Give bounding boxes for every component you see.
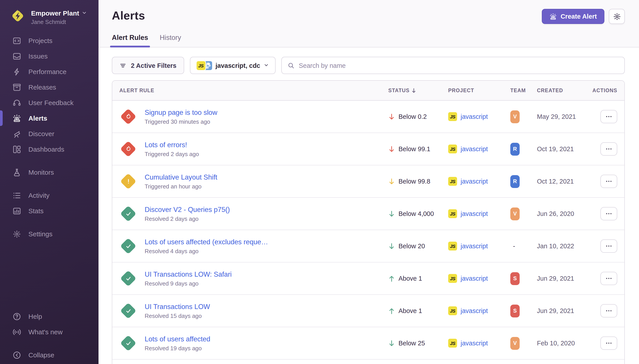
row-actions-button[interactable] (600, 207, 617, 220)
filter-icon (119, 62, 126, 69)
sidebar-item-settings[interactable]: Settings (0, 226, 99, 242)
sidebar-item-user-feedback[interactable]: User Feedback (0, 95, 99, 110)
project-link[interactable]: javascript (461, 210, 488, 217)
create-alert-button[interactable]: Create Alert (542, 9, 604, 24)
trend-arrow-down-icon (388, 340, 395, 347)
row-actions-button[interactable] (600, 175, 617, 188)
javascript-platform-icon: JS (448, 112, 457, 121)
search-box[interactable] (281, 57, 625, 74)
project-selector[interactable]: JS javascript, cdc (190, 57, 276, 74)
table-row: UI Transactions LOW: Safari Resolved 9 d… (112, 262, 624, 295)
sidebar-item-performance[interactable]: Performance (0, 64, 99, 80)
alert-rule-link[interactable]: UI Transactions LOW (145, 302, 210, 310)
project-link[interactable]: javascript (461, 275, 488, 282)
column-header-status[interactable]: Status (388, 88, 448, 93)
settings-icon (13, 230, 21, 238)
row-actions-button[interactable] (600, 304, 617, 318)
row-actions-button[interactable] (600, 110, 617, 123)
sidebar-item-monitors[interactable]: Monitors (0, 165, 99, 180)
resolved-severity-icon (119, 205, 137, 222)
created-date: May 29, 2021 (537, 113, 597, 120)
search-icon (288, 62, 295, 69)
status-threshold: Below 99.8 (399, 178, 430, 185)
team-avatar: S (510, 272, 520, 285)
siren-icon (550, 13, 557, 20)
tab-history[interactable]: History (160, 34, 181, 47)
resolved-severity-icon (119, 270, 137, 287)
whats-new-icon (13, 328, 21, 336)
alert-rule-status-note: Resolved 4 days ago (145, 248, 268, 254)
issues-icon (13, 52, 21, 61)
created-date: Jun 26, 2020 (537, 210, 597, 217)
project-link[interactable]: javascript (461, 178, 488, 185)
sidebar-item-dashboards[interactable]: Dashboards (0, 142, 99, 157)
table-row: Discover V2 - Queries p75() Resolved 2 d… (112, 198, 624, 230)
javascript-platform-icon: JS (448, 339, 457, 348)
alert-rule-link[interactable]: Lots of users affected (145, 335, 210, 343)
column-header-actions: Actions (597, 88, 617, 93)
javascript-platform-icon: JS (448, 144, 457, 154)
ellipsis-icon (605, 146, 612, 152)
monitors-icon (13, 168, 21, 177)
table-row: Lots of users affected (excludes reque… … (112, 230, 624, 262)
tab-alert-rules[interactable]: Alert Rules (112, 34, 148, 47)
sidebar-item-collapse[interactable]: Collapse (0, 347, 99, 363)
no-team-dash: - (510, 242, 515, 250)
ellipsis-icon (605, 275, 612, 282)
alert-rule-status-note: Resolved 15 days ago (145, 312, 210, 319)
table-row: Lots of users affected Resolved 19 days … (112, 327, 624, 360)
sidebar-item-help[interactable]: Help (0, 308, 99, 324)
sidebar-item-discover[interactable]: Discover (0, 126, 99, 142)
activity-icon (13, 191, 21, 200)
sort-descending-icon (411, 88, 416, 93)
ellipsis-icon (605, 242, 612, 250)
org-switcher[interactable]: Empower Plant Jane Schmidt (0, 0, 99, 26)
alert-rule-link[interactable]: Cumulative Layout Shift (145, 173, 217, 181)
project-link[interactable]: javascript (461, 242, 488, 250)
org-logo-icon (10, 8, 26, 24)
row-actions-button[interactable] (600, 272, 617, 285)
created-date: Feb 10, 2020 (537, 340, 597, 347)
row-actions-button[interactable] (600, 142, 617, 156)
alert-rule-status-note: Triggered an hour ago (145, 183, 217, 190)
sidebar-item-label: User Feedback (29, 99, 74, 107)
project-link[interactable]: javascript (461, 146, 488, 152)
alert-rule-link[interactable]: Lots of users affected (excludes reque… (145, 238, 268, 246)
org-meta: Empower Plant Jane Schmidt (31, 8, 87, 26)
alerts-settings-button[interactable] (609, 9, 625, 24)
project-link[interactable]: javascript (461, 113, 488, 120)
alert-rule-link[interactable]: UI Transactions LOW: Safari (145, 270, 232, 278)
alert-rules-table: Alert Rule Status Project Team Created A… (112, 80, 625, 364)
sidebar-item-activity[interactable]: Activity (0, 188, 99, 203)
sidebar-item-what-s-new[interactable]: What's new (0, 324, 99, 340)
user-feedback-icon (13, 98, 21, 107)
filter-bar: 2 Active Filters JS javascript, cdc (112, 57, 625, 74)
alert-rule-link[interactable]: Lots of errors! (145, 141, 199, 149)
search-input[interactable] (299, 62, 618, 69)
sidebar-item-issues[interactable]: Issues (0, 48, 99, 64)
alert-rule-link[interactable]: Discover V2 - Queries p75() (145, 206, 230, 214)
sidebar-item-alerts[interactable]: Alerts (0, 110, 99, 126)
ellipsis-icon (605, 113, 612, 120)
alert-rule-link[interactable]: Signup page is too slow (145, 108, 217, 116)
ellipsis-icon (605, 340, 612, 347)
project-link[interactable]: javascript (461, 307, 488, 314)
javascript-platform-icon: JS (448, 274, 457, 283)
row-actions-button[interactable] (600, 240, 617, 253)
sidebar-item-label: Alerts (29, 114, 47, 122)
table-row: Lots of errors! Triggered 2 days ago Bel… (112, 133, 624, 165)
sidebar-item-projects[interactable]: Projects (0, 33, 99, 48)
trend-arrow-up-icon (388, 307, 395, 314)
sidebar-item-releases[interactable]: Releases (0, 80, 99, 95)
sidebar-item-stats[interactable]: Stats (0, 203, 99, 219)
sidebar-nav: Projects Issues Performance Releases Use… (0, 33, 99, 242)
alert-rule-status-note: Resolved 9 days ago (145, 280, 232, 287)
team-avatar: V (510, 207, 520, 220)
active-filters-button[interactable]: 2 Active Filters (112, 57, 184, 74)
row-actions-button[interactable] (600, 336, 617, 350)
sidebar-item-label: Stats (29, 207, 44, 215)
page-header: Alerts Create Alert (99, 0, 639, 48)
critical-severity-icon (119, 140, 137, 158)
chevron-down-icon (82, 9, 87, 18)
project-link[interactable]: javascript (461, 340, 488, 347)
